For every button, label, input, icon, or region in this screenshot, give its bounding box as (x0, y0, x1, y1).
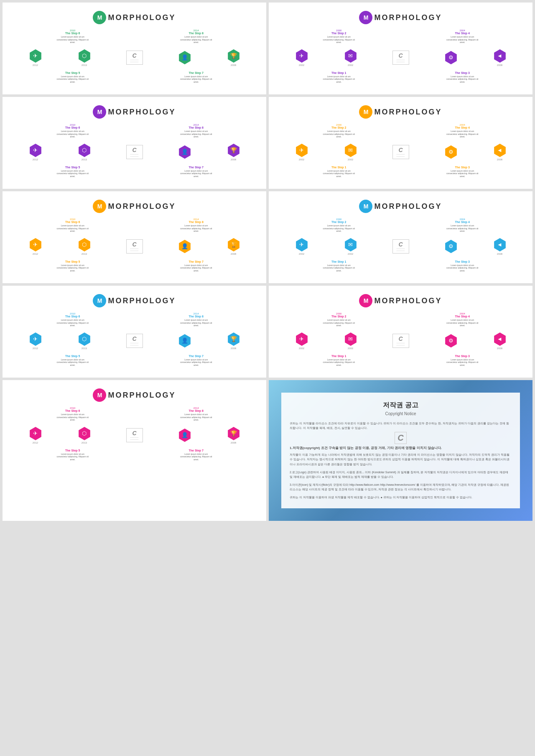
top-steps-row: 2010The Step 6Lorem ipsum dolor sit am c… (11, 28, 258, 44)
logo-placeholder: C────────────── (392, 51, 409, 65)
bottom-steps-row: The Step 1Lorem ipsum dolor sit am conse… (277, 166, 524, 178)
hexagon-icon: ◄ (493, 49, 507, 63)
hex-container: C────────────── (126, 428, 143, 442)
timeline-area: 2000The Step 2Lorem ipsum dolor sit am c… (277, 312, 524, 366)
step-title: The Step 6 (65, 126, 80, 129)
step-title: The Step 8 (189, 409, 204, 412)
hexagon-icon: 🏆 (227, 426, 241, 441)
hexagon-icon: ◄ (493, 238, 507, 252)
step-item-top: 2010The Step 6Lorem ipsum dolor sit am c… (56, 123, 89, 138)
slide-header: MMORPHOLOGY (11, 105, 258, 119)
step-title: The Step 6 (65, 32, 80, 35)
hex-year-label: 2008 (231, 158, 236, 161)
step-desc-bottom: Lorem ipsum dolor sit am consectetur adi… (322, 358, 356, 367)
hexagon-icon: ✈ (28, 426, 43, 441)
step-title: The Step 4 (455, 315, 470, 318)
hex-year-label: 2012 (33, 253, 38, 255)
timeline-area: 2010The Step 6Lorem ipsum dolor sit am c… (11, 312, 258, 366)
hexagon-icon: ✉ (344, 49, 358, 63)
step-item-top: 2000The Step 2Lorem ipsum dolor sit am c… (322, 28, 356, 44)
timeline-area: 2000The Step 2Lorem ipsum dolor sit am c… (277, 123, 524, 178)
brand-title: MORPHOLOGY (108, 108, 176, 117)
step-desc-bottom: Lorem ipsum dolor sit am consectetur adi… (179, 453, 213, 461)
step-desc-bottom: Lorem ipsum dolor sit am consectetur adi… (322, 264, 356, 272)
hex-year-label: 2013 (82, 64, 87, 66)
hexagon-icon: ⬡ (77, 143, 92, 157)
hex-year-label: 2008 (231, 441, 236, 444)
hexagon-icon: ✈ (28, 49, 43, 63)
hex-container: C────────────── (126, 239, 143, 254)
hexagon-row: ✈2002✉2002C──────────────⚙◄2008 (277, 236, 524, 257)
hex-container: C────────────── (392, 334, 409, 348)
hex-container: 🏆2008 (227, 332, 241, 350)
step-item-bottom: The Step 5Lorem ipsum dolor sit am conse… (56, 355, 89, 367)
hex-year-label: 2008 (231, 347, 236, 350)
top-steps-row: 2000The Step 2Lorem ipsum dolor sit am c… (277, 28, 524, 44)
top-steps-row: 2000The Step 2Lorem ipsum dolor sit am c… (277, 123, 524, 138)
hex-container: 👤 (178, 51, 192, 65)
bottom-steps-row: The Step 5Lorem ipsum dolor sit am conse… (11, 71, 258, 84)
copyright-section3: 3.아이콘(icon) 및 제작사(flickr)의 규정에 따라 http:/… (290, 482, 512, 492)
hex-icon-symbol: ⬡ (82, 241, 87, 248)
hexagon-icon: ⬡ (77, 238, 92, 252)
hex-icon-symbol: ✈ (33, 241, 38, 248)
copyright-section2: 2.로고(Logo) 관련하여 사용된 배경 이미지, 사용된 폰트... 이하… (290, 470, 512, 479)
hex-container: ✈2012 (28, 143, 43, 161)
step-item-top: 2014The Step 8Lorem ipsum dolor sit am c… (179, 312, 213, 327)
hex-icon-symbol: ⚙ (448, 149, 453, 155)
hex-year-label: 2008 (497, 158, 502, 161)
bottom-steps-row: The Step 5Lorem ipsum dolor sit am conse… (11, 355, 258, 367)
step-title: The Step 4 (455, 32, 470, 35)
logo-circle: M (93, 200, 106, 213)
step-title-bottom: The Step 5 (65, 355, 80, 358)
step-title-bottom: The Step 7 (189, 449, 204, 452)
step-title-bottom: The Step 1 (331, 71, 346, 74)
hexagon-row: ✈2012⬡2013C──────────────👤🏆2008 (11, 330, 258, 351)
step-item-bottom: The Step 3Lorem ipsum dolor sit am conse… (446, 71, 479, 84)
hexagon-icon: 🏆 (227, 49, 241, 63)
hex-container: C────────────── (126, 51, 143, 65)
step-item-top: 2000The Step 2Lorem ipsum dolor sit am c… (322, 312, 356, 327)
step-item-top: 2010The Step 6Lorem ipsum dolor sit am c… (56, 217, 89, 233)
step-item-top: 2004The Step 4Lorem ipsum dolor sit am c… (446, 312, 479, 327)
hex-icon-symbol: ✈ (299, 241, 304, 248)
step-desc-bottom: Lorem ipsum dolor sit am consectetur adi… (56, 453, 89, 461)
hexagon-icon: ⬡ (77, 426, 92, 441)
hexagon-row: ✈2002✉2002C──────────────⚙◄2008 (277, 47, 524, 68)
timeline-area: 2010The Step 6Lorem ipsum dolor sit am c… (11, 406, 258, 461)
timeline-area: 2000The Step 2Lorem ipsum dolor sit am c… (277, 28, 524, 83)
hex-container: ⬡2013 (77, 238, 92, 255)
hex-icon-symbol: ✈ (33, 147, 38, 153)
step-desc: Lorem ipsum dolor sit am consectetur adi… (179, 413, 213, 421)
hex-container: 👤 (178, 334, 192, 348)
hex-year-label: 2008 (231, 253, 236, 255)
step-title: The Step 6 (65, 221, 80, 223)
timeline-area: 2010The Step 6Lorem ipsum dolor sit am c… (11, 123, 258, 178)
logo-placeholder: C────────────── (392, 145, 409, 159)
hex-year-label: 2002 (299, 347, 304, 350)
step-title-bottom: The Step 1 (331, 260, 346, 263)
hex-container: ✈2012 (28, 426, 43, 444)
hex-icon-symbol: 🏆 (230, 241, 237, 248)
hexagon-icon: ✉ (344, 238, 358, 252)
hex-container: 🏆2008 (227, 426, 241, 444)
hexagon-icon: 👤 (178, 239, 192, 254)
step-item-top: 2014The Step 8Lorem ipsum dolor sit am c… (179, 123, 213, 138)
hexagon-icon: ⚙ (444, 145, 458, 159)
hexagon-icon: 🏆 (227, 238, 241, 252)
slide-header: MMORPHOLOGY (277, 105, 524, 119)
hex-icon-symbol: 👤 (181, 337, 188, 344)
hex-container: ✈2002 (295, 49, 309, 66)
step-desc-bottom: Lorem ipsum dolor sit am consectetur adi… (56, 75, 89, 84)
hex-container: C────────────── (126, 334, 143, 348)
step-desc-bottom: Lorem ipsum dolor sit am consectetur adi… (179, 264, 213, 272)
copyright-section1: 1.저작권(copyright) 조건 구속을 받지 않는 공정 이용, 공정 … (290, 446, 512, 466)
step-title-bottom: The Step 1 (331, 355, 346, 358)
hex-icon-symbol: ✈ (33, 430, 38, 436)
copyright-body1: 귀하는 이 저작물을 라이선스 조건에 따라 자유로이 이용할 수 있습니다. … (290, 421, 512, 430)
logo-circle: M (93, 294, 106, 307)
step-desc: Lorem ipsum dolor sit am consectetur adi… (446, 319, 479, 327)
top-steps-row: 2010The Step 6Lorem ipsum dolor sit am c… (11, 217, 258, 233)
step-title: The Step 2 (331, 315, 346, 318)
logo-placeholder: C────────────── (126, 239, 143, 254)
